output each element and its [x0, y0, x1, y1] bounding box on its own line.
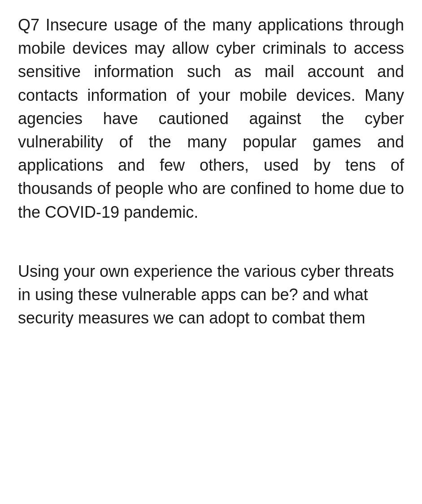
paragraph-q7: Q7 Insecure usage of the many applicatio… — [18, 13, 404, 224]
paragraph-question: Using your own experience the various cy… — [18, 260, 404, 330]
